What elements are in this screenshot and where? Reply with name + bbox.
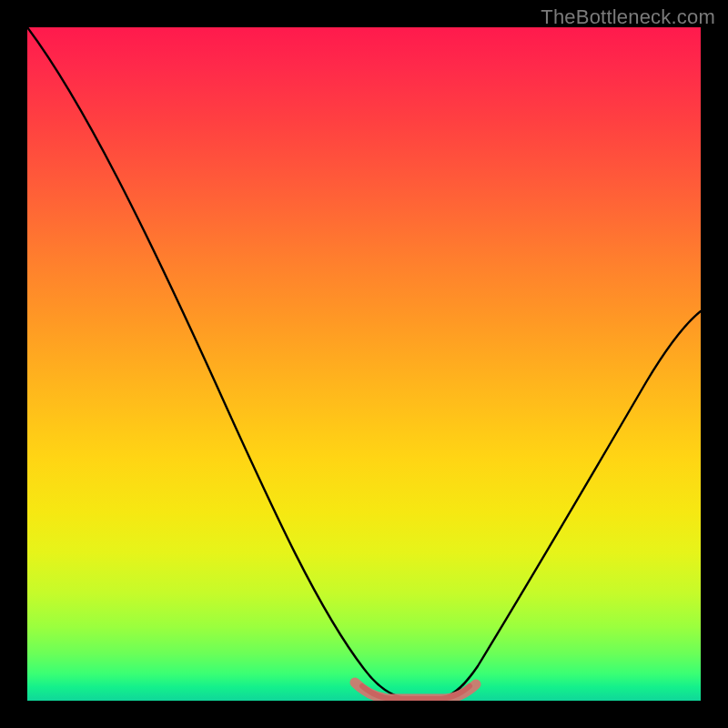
bottleneck-curve xyxy=(27,27,701,698)
chart-frame: TheBottleneck.com xyxy=(0,0,728,728)
curve-layer xyxy=(27,27,701,701)
watermark-text: TheBottleneck.com xyxy=(541,5,715,29)
plot-area xyxy=(27,27,701,701)
